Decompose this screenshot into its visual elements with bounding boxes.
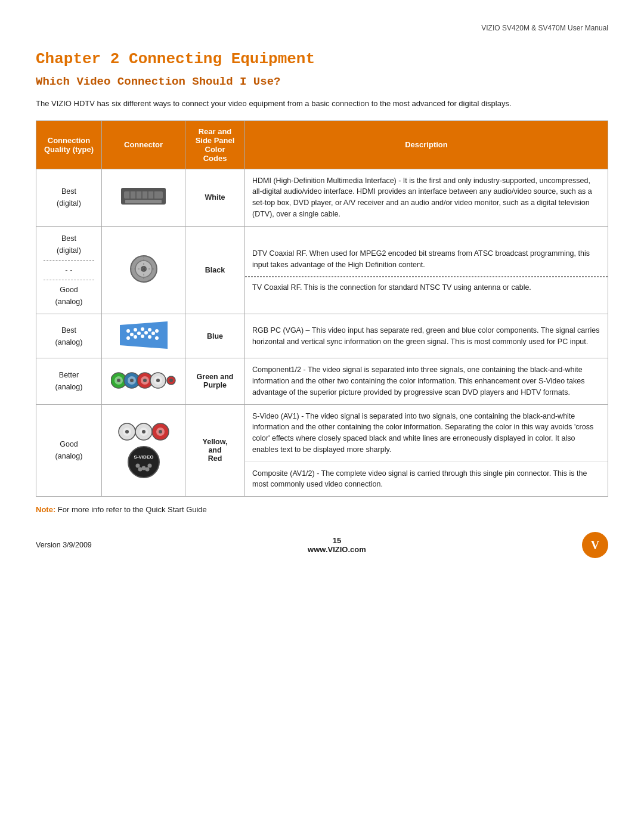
component-icon: [111, 369, 177, 392]
intro-paragraph: The VIZIO HDTV has six different ways to…: [36, 98, 608, 110]
svg-point-24: [130, 333, 134, 336]
connector-coax: [102, 226, 185, 314]
color-green-purple: Green andPurple: [185, 358, 245, 404]
svg-point-56: [138, 467, 142, 472]
connector-hdmi: [102, 169, 185, 226]
header-quality: Connection Quality (type): [36, 120, 102, 169]
note-paragraph: Note: For more info refer to the Quick S…: [36, 505, 608, 514]
note-label: Note:: [36, 505, 55, 514]
quality-good-analog: Good(analog): [36, 404, 102, 497]
header-description: Description: [245, 120, 608, 169]
connector-vga: [102, 314, 185, 358]
svg-point-22: [148, 335, 151, 339]
svg-text:S-VIDEO: S-VIDEO: [134, 454, 153, 460]
desc-coax-dtv: DTV Coaxial RF. When used for MPEG2 enco…: [245, 242, 608, 277]
desc-coax: DTV Coaxial RF. When used for MPEG2 enco…: [245, 226, 608, 314]
website: www.VIZIO.com: [308, 545, 366, 554]
svg-rect-51: [128, 447, 159, 478]
version-label: Version 3/9/2009: [36, 541, 92, 549]
quality-best-digital-hdmi: Best(digital): [36, 169, 102, 226]
svg-point-55: [147, 464, 151, 468]
desc-composite: Composite (AV1/2) - The complete video s…: [245, 462, 608, 497]
page-number: 15: [308, 536, 366, 545]
svg-point-26: [144, 331, 148, 335]
table-row: Good(analog) S-VIDEO: [36, 404, 608, 497]
svg-point-44: [125, 430, 129, 433]
vizio-logo: V: [582, 532, 608, 558]
svg-point-16: [141, 327, 144, 331]
svg-point-15: [134, 328, 137, 332]
footer: Version 3/9/2009 15 www.VIZIO.com V: [36, 532, 608, 558]
svg-point-27: [151, 332, 155, 335]
svg-point-19: [126, 336, 130, 340]
desc-coax-tv: TV Coaxial RF. This is the connection fo…: [252, 283, 531, 292]
table-row: Better(analog): [36, 358, 608, 404]
header-connector: Connector: [102, 120, 185, 169]
color-black: Black: [185, 226, 245, 314]
svg-rect-1: [125, 200, 162, 203]
svideo-icon: S-VIDEO: [127, 445, 160, 479]
manual-title: VIZIO SV420M & SV470M User Manual: [36, 24, 608, 32]
composite-icon: [117, 422, 171, 442]
svg-point-14: [126, 329, 130, 333]
svg-point-54: [141, 466, 145, 470]
connection-table: Connection Quality (type) Connector Rear…: [36, 120, 608, 497]
table-row: Best(digital) White HDMI (High-Definitio…: [36, 169, 608, 226]
svg-point-33: [130, 379, 134, 382]
vga-icon: [117, 320, 170, 350]
section-title: Which Video Connection Should I Use?: [36, 75, 608, 88]
svg-point-30: [117, 379, 120, 382]
note-content: For more info refer to the Quick Start G…: [55, 505, 207, 514]
table-row: Best(analog): [36, 314, 608, 358]
svg-point-25: [137, 332, 141, 335]
color-blue: Blue: [185, 314, 245, 358]
chapter-title: Chapter 2 Connecting Equipment: [36, 50, 608, 68]
hdmi-icon: [118, 184, 169, 209]
svg-point-36: [143, 379, 147, 382]
svg-point-41: [169, 379, 173, 382]
svg-point-17: [148, 328, 151, 332]
svg-point-21: [141, 335, 144, 338]
svg-point-18: [155, 329, 159, 333]
page-number-website: 15 www.VIZIO.com: [308, 536, 366, 554]
svg-point-20: [134, 335, 137, 339]
header-color-codes: Rear and Side Panel Color Codes: [185, 120, 245, 169]
color-white: White: [185, 169, 245, 226]
connector-composite-svideo: S-VIDEO: [102, 404, 185, 497]
svg-point-47: [142, 430, 145, 433]
desc-component: Component1/2 - The video signal is separ…: [245, 358, 608, 404]
connector-component: [102, 358, 185, 404]
table-row: Best(digital) - - Good(analog) Black DTV…: [36, 226, 608, 314]
desc-hdmi: HDMI (High-Definition Multimedia Interfa…: [245, 169, 608, 226]
svg-point-57: [145, 467, 149, 472]
svg-point-53: [135, 464, 140, 468]
color-yellow-red: Yellow,andRed: [185, 404, 245, 497]
coax-icon: [129, 254, 159, 284]
desc-svideo: S-Video (AV1) - The video signal is sepa…: [245, 405, 608, 462]
svg-point-50: [159, 430, 162, 433]
svg-point-39: [156, 379, 160, 382]
desc-vga: RGB PC (VGA) – This video input has sepa…: [245, 314, 608, 358]
quality-best-analog-vga: Best(analog): [36, 314, 102, 358]
quality-split-coax: Best(digital) - - Good(analog): [36, 226, 102, 314]
desc-composite-svideo: S-Video (AV1) - The video signal is sepa…: [245, 404, 608, 497]
quality-better-analog: Better(analog): [36, 358, 102, 404]
svg-point-23: [155, 336, 159, 340]
